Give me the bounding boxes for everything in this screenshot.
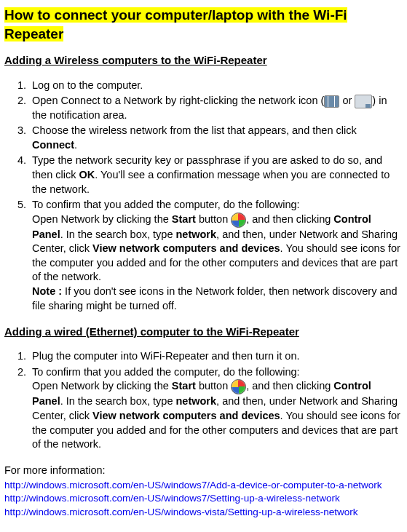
step-text: or: [339, 95, 355, 106]
step-text: button: [196, 213, 231, 225]
wired-steps: Plug the computer into WiFi-Repeater and…: [4, 349, 403, 451]
step-text: Open Network by clicking the: [32, 213, 172, 225]
title-highlight-1: How to connect your computer/laptop with…: [4, 7, 347, 23]
list-item: Choose the wireless network from the lis…: [29, 124, 403, 152]
link-vista-wireless[interactable]: http://windows.microsoft.com/en-US/windo…: [4, 506, 403, 519]
section-heading-wired: Adding a wired (Ethernet) computer to th…: [4, 325, 403, 339]
step-text: Open Network by clicking the: [32, 381, 172, 392]
network-tray-icon: [355, 95, 372, 108]
signal-bars-icon: [324, 95, 339, 108]
windows-start-icon: [231, 213, 246, 228]
list-item: Log on to the computer.: [29, 79, 403, 93]
step-text: .: [74, 139, 77, 151]
step-text: Open Connect to a Network by right-click…: [32, 95, 324, 106]
list-item: Open Connect to a Network by right-click…: [29, 94, 403, 122]
step-text: To confirm that you added the computer, …: [32, 366, 300, 378]
step-text: Choose the wireless network from the lis…: [32, 124, 357, 136]
wireless-steps: Log on to the computer. Open Connect to …: [4, 79, 403, 314]
connect-label: Connect: [32, 139, 74, 151]
windows-start-icon: [231, 379, 246, 394]
start-label: Start: [172, 381, 196, 392]
link-add-device[interactable]: http://windows.microsoft.com/en-US/windo…: [4, 479, 403, 492]
step-text: , and then clicking: [246, 381, 333, 392]
network-label: network: [175, 229, 216, 240]
step-text: button: [196, 381, 231, 392]
list-item: Type the network security key or passphr…: [29, 154, 403, 196]
more-info-label: For more information:: [4, 464, 403, 478]
step-text: Plug the computer into WiFi-Repeater and…: [32, 350, 300, 362]
section-heading-wireless: Adding a Wireless computers to the WiFi-…: [4, 53, 403, 68]
links-block: http://windows.microsoft.com/en-US/windo…: [4, 479, 403, 519]
start-label: Start: [172, 213, 196, 225]
network-label: network: [175, 395, 216, 407]
step-text: Log on to the computer.: [32, 79, 143, 91]
step-text: . In the search box, type: [60, 395, 176, 407]
step-text: To confirm that you added the computer, …: [32, 199, 300, 210]
view-devices-label: View network computers and devices: [92, 242, 280, 254]
page-title: How to connect your computer/laptop with…: [4, 6, 403, 43]
list-item: To confirm that you added the computer, …: [29, 365, 403, 452]
ok-label: OK: [79, 169, 95, 180]
step-text: . In the search box, type: [60, 229, 176, 240]
link-win7-wireless[interactable]: http://windows.microsoft.com/en-US/windo…: [4, 492, 403, 505]
view-devices-label: View network computers and devices: [92, 410, 280, 421]
list-item: Plug the computer into WiFi-Repeater and…: [29, 349, 403, 364]
title-highlight-2: Repeater: [4, 26, 63, 41]
list-item: To confirm that you added the computer, …: [29, 198, 403, 313]
note-label: Note :: [32, 285, 65, 297]
step-text: , and then clicking: [246, 213, 333, 225]
note-text: If you don't see icons in the Network fo…: [32, 285, 398, 311]
